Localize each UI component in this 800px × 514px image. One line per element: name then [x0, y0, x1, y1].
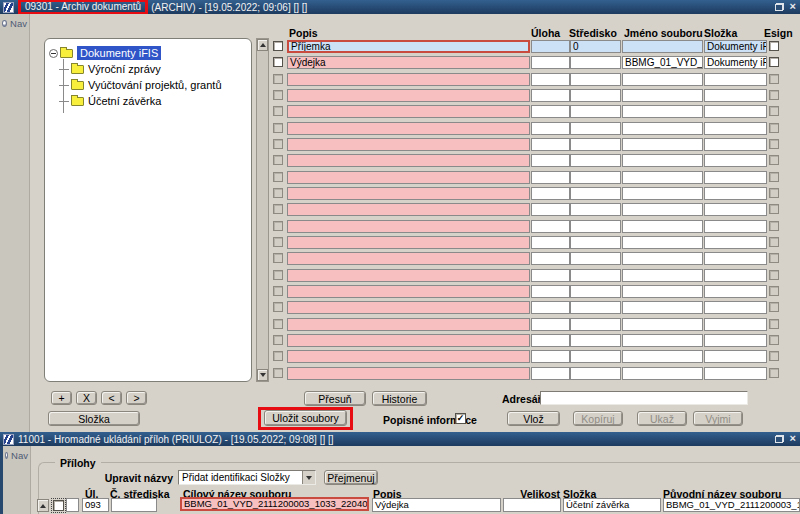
- slozka-cell[interactable]: [704, 154, 767, 167]
- nav-tab[interactable]: Nav: [0, 14, 29, 33]
- stredisko-cell[interactable]: [570, 236, 621, 249]
- slozka-cell[interactable]: [704, 105, 767, 118]
- uloha-cell[interactable]: [531, 73, 570, 86]
- slozka-cell[interactable]: Dokumenty iFIS/Účetní závěrka: [704, 40, 767, 53]
- historie-button[interactable]: Historie: [372, 391, 427, 406]
- cilovy-nazev-cell[interactable]: BBMG_01_VYD_2111200003_1033_220406_16031…: [180, 497, 369, 511]
- stredisko-cell[interactable]: [570, 122, 621, 135]
- uloha-cell[interactable]: [531, 301, 570, 314]
- jmeno-souboru-cell[interactable]: [622, 334, 703, 347]
- close-icon[interactable]: ×: [790, 1, 796, 12]
- slozka-cell[interactable]: [704, 269, 767, 282]
- titlebar[interactable]: 11001 - Hromadné ukládání příloh (PRIULO…: [0, 432, 800, 446]
- tree-node-child[interactable]: Účetní závěrka: [59, 93, 251, 109]
- restore-icon[interactable]: [775, 3, 784, 11]
- jmeno-souboru-cell[interactable]: BBMG_01_VYD_2111200003_1033_220406_16031…: [622, 56, 703, 69]
- uloha-cell[interactable]: [531, 203, 570, 216]
- tree-node-child[interactable]: Vyúčtování projektů, grantů: [59, 77, 251, 93]
- scroll-up-button[interactable]: [37, 499, 49, 512]
- esign-checkbox[interactable]: [769, 57, 779, 67]
- jmeno-souboru-cell[interactable]: [622, 301, 703, 314]
- prejmenuj-button[interactable]: Přejmenuj: [324, 470, 378, 485]
- jmeno-souboru-cell[interactable]: [622, 252, 703, 265]
- stredisko-cell[interactable]: [570, 154, 621, 167]
- jmeno-souboru-cell[interactable]: [622, 138, 703, 151]
- ulozit-soubory-button[interactable]: Uložit soubory: [264, 410, 347, 426]
- uloha-cell[interactable]: [531, 56, 570, 69]
- slozka-cell[interactable]: [704, 252, 767, 265]
- popis-cell[interactable]: [287, 138, 530, 151]
- jmeno-souboru-cell[interactable]: [622, 73, 703, 86]
- row-select-checkbox[interactable]: [273, 41, 283, 51]
- scroll-up-button[interactable]: [257, 39, 268, 51]
- popisne-informace-checkbox[interactable]: ✓: [455, 413, 466, 424]
- jmeno-souboru-cell[interactable]: [622, 171, 703, 184]
- jmeno-souboru-cell[interactable]: [622, 367, 703, 380]
- uloha-cell[interactable]: [531, 89, 570, 102]
- popis-cell[interactable]: [287, 203, 530, 216]
- slozka-cell[interactable]: [704, 171, 767, 184]
- kopiruj-button[interactable]: Kopíruj: [573, 411, 623, 426]
- slozka-cell[interactable]: [704, 318, 767, 331]
- popis-cell[interactable]: [287, 220, 530, 233]
- stredisko-cell[interactable]: [570, 138, 621, 151]
- uloha-cell[interactable]: [531, 187, 570, 200]
- combobox-dropdown-button[interactable]: [302, 471, 315, 484]
- tree-node-root[interactable]: Dokumenty iFIS: [49, 45, 251, 61]
- presun-button[interactable]: Přesuň: [304, 391, 366, 406]
- slozka-cell[interactable]: [704, 334, 767, 347]
- slozka-cell[interactable]: [704, 122, 767, 135]
- uloha-cell[interactable]: [531, 122, 570, 135]
- tree-child-label[interactable]: Účetní závěrka: [88, 95, 161, 107]
- uloha-cell[interactable]: [531, 154, 570, 167]
- uloha-cell[interactable]: [531, 171, 570, 184]
- jmeno-souboru-cell[interactable]: [622, 40, 703, 53]
- slozka-cell[interactable]: [704, 73, 767, 86]
- popis-cell[interactable]: [287, 187, 530, 200]
- tree-child-label[interactable]: Výroční zprávy: [88, 63, 161, 75]
- popis-cell[interactable]: Příjemka: [287, 40, 530, 53]
- flag-cell[interactable]: [66, 498, 79, 512]
- jmeno-souboru-cell[interactable]: [622, 154, 703, 167]
- popis-cell[interactable]: [287, 171, 530, 184]
- stredisko-cell[interactable]: [570, 301, 621, 314]
- popis-cell[interactable]: [287, 350, 530, 363]
- next-record-button[interactable]: >: [126, 391, 147, 405]
- stredisko-cell[interactable]: [570, 105, 621, 118]
- slozka-cell[interactable]: [704, 285, 767, 298]
- velikost-cell[interactable]: [503, 498, 561, 512]
- jmeno-souboru-cell[interactable]: [622, 220, 703, 233]
- tree-child-label[interactable]: Vyúčtování projektů, grantů: [88, 79, 222, 91]
- popis-cell[interactable]: [287, 269, 530, 282]
- slozka-cell[interactable]: [704, 138, 767, 151]
- slozka-cell[interactable]: [704, 367, 767, 380]
- slozka-cell[interactable]: Dokumenty iFIS/Účetní závěrka: [704, 56, 767, 69]
- stredisko-cell[interactable]: [570, 187, 621, 200]
- popis-cell[interactable]: [287, 301, 530, 314]
- vloz-button[interactable]: Vlož: [507, 411, 560, 426]
- puvodni-nazev-cell[interactable]: BBMG_01_VYD_2111200003_1033_220406_16031…: [663, 498, 800, 512]
- popis-cell[interactable]: [287, 252, 530, 265]
- scroll-down-button[interactable]: [257, 369, 268, 381]
- close-icon[interactable]: ×: [790, 433, 796, 444]
- stredisko-cell[interactable]: 0: [570, 40, 621, 53]
- uloha-cell[interactable]: [531, 138, 570, 151]
- popis-cell[interactable]: [287, 122, 530, 135]
- tree-node-child[interactable]: Výroční zprávy: [59, 61, 251, 77]
- jmeno-souboru-cell[interactable]: [622, 89, 703, 102]
- vyjmi-button[interactable]: Vyjmi: [693, 411, 743, 426]
- popis-cell[interactable]: [287, 236, 530, 249]
- stredisko-cell[interactable]: [570, 285, 621, 298]
- jmeno-souboru-cell[interactable]: [622, 187, 703, 200]
- popis-cell[interactable]: [287, 89, 530, 102]
- stredisko-cell[interactable]: [570, 252, 621, 265]
- slozka-cell[interactable]: [704, 301, 767, 314]
- stredisko-cell[interactable]: [570, 367, 621, 380]
- popis-cell[interactable]: [287, 367, 530, 380]
- popis-cell[interactable]: [287, 334, 530, 347]
- uloha-cell[interactable]: [531, 269, 570, 282]
- slozka-cell[interactable]: [704, 220, 767, 233]
- stredisko-cell[interactable]: [570, 334, 621, 347]
- jmeno-souboru-cell[interactable]: [622, 269, 703, 282]
- stredisko-cell[interactable]: [570, 220, 621, 233]
